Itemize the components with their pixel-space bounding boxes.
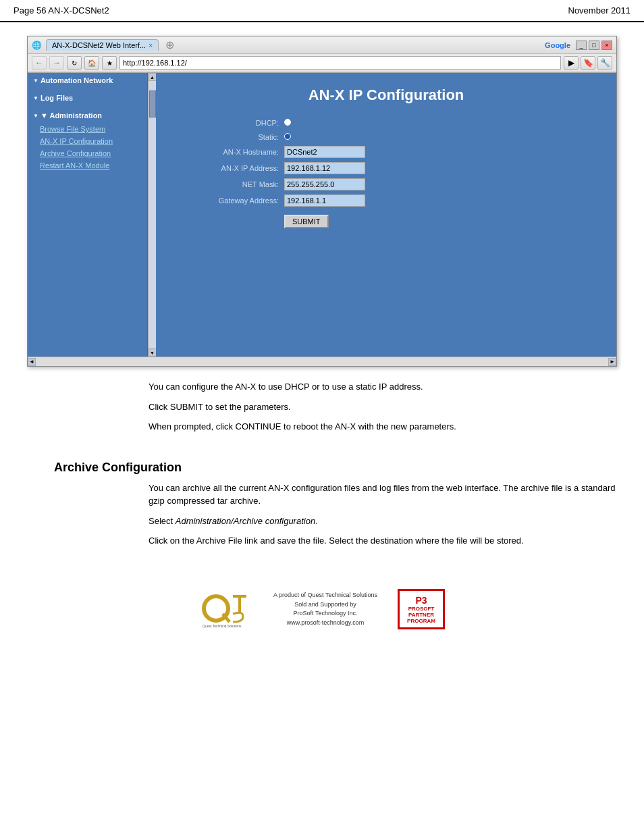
- hscroll-left-arrow[interactable]: ◄: [28, 358, 36, 366]
- p3-logo: P3 PROSOFT PARTNER PROGRAM: [398, 589, 445, 629]
- browser-tab-title: AN-X-DCSNet2 Web Interf...: [52, 41, 146, 49]
- body-para2: Click SUBMIT to set the parameters.: [149, 400, 617, 414]
- dhcp-radio-dot: [284, 119, 291, 126]
- submit-row: SUBMIT: [210, 211, 589, 228]
- nav-play-button[interactable]: ▶: [564, 56, 579, 70]
- page-header: Page 56 AN-X-DCSNet2 November 2011: [0, 0, 644, 22]
- body-para1: You can configure the AN-X to use DHCP o…: [149, 380, 617, 394]
- tab-close-icon[interactable]: ×: [149, 42, 153, 49]
- favicon-icon: 🌐: [32, 41, 42, 50]
- new-tab-icon[interactable]: ⊕: [165, 38, 174, 51]
- static-label: Static:: [210, 133, 284, 141]
- footer-line4: www.prosoft-technology.com: [273, 619, 377, 628]
- archive-para1: You can archive all the current AN-X con…: [149, 481, 617, 508]
- ip-config-title: AN-X IP Configuration: [183, 86, 589, 104]
- doc-body: You can configure the AN-X to use DHCP o…: [0, 380, 644, 548]
- sidebar-scrollbar[interactable]: ▲ ▼: [148, 73, 156, 357]
- archive-para2-prefix: Select: [149, 516, 176, 526]
- nav-right-buttons: ▶ 🔖 🔧: [564, 56, 612, 70]
- p3-line3: PROGRAM: [407, 618, 435, 624]
- sidebar-automation-network-label: Automation Network: [41, 76, 113, 84]
- dhcp-radio[interactable]: [284, 118, 291, 128]
- hostname-row: AN-X Hostname:: [210, 146, 589, 158]
- address-bar[interactable]: http://192.168.1.12/: [119, 56, 561, 70]
- ip-config-panel: AN-X IP Configuration DHCP: Static:: [156, 73, 616, 357]
- sidebar-administration-label: ▼ Administration: [41, 111, 102, 120]
- sidebar-automation-network[interactable]: Automation Network: [28, 73, 147, 88]
- footer-line1: A product of Quest Technical Solutions: [273, 591, 377, 600]
- qts-logo: Quest Technical Solutions: [199, 588, 253, 631]
- body-para3: When prompted, click CONTINUE to reboot …: [149, 420, 617, 434]
- sidebar-log-files[interactable]: Log Files: [28, 90, 147, 105]
- p3-line2: PARTNER: [408, 612, 434, 618]
- close-button[interactable]: ×: [601, 41, 612, 50]
- dhcp-label: DHCP:: [210, 119, 284, 127]
- maximize-button[interactable]: □: [589, 41, 599, 50]
- netmask-input[interactable]: [284, 178, 365, 190]
- browser-chrome: 🌐 AN-X-DCSNet2 Web Interf... × ⊕ Google …: [28, 36, 616, 73]
- sidebar-link-archive[interactable]: Archive Configuration: [28, 147, 147, 159]
- page-header-left: Page 56 AN-X-DCSNet2: [14, 5, 109, 16]
- browser-tab[interactable]: AN-X-DCSNet2 Web Interf... ×: [46, 39, 159, 51]
- ip-label: AN-X IP Address:: [210, 164, 284, 172]
- forward-button[interactable]: →: [49, 56, 64, 70]
- ip-address-row: AN-X IP Address:: [210, 162, 589, 174]
- url-text: http://192.168.1.12/: [123, 59, 187, 67]
- scrollbar-up-arrow[interactable]: ▲: [149, 73, 157, 81]
- static-radio[interactable]: [284, 132, 291, 142]
- browser-content: Automation Network Log Files ▼ Administr…: [28, 73, 616, 357]
- gateway-label: Gateway Address:: [210, 197, 284, 205]
- archive-heading: Archive Configuration: [54, 454, 590, 475]
- qts-logo-svg: Quest Technical Solutions: [199, 588, 253, 629]
- browser-titlebar: 🌐 AN-X-DCSNet2 Web Interf... × ⊕ Google …: [28, 36, 616, 54]
- home-button[interactable]: 🏠: [84, 56, 99, 70]
- ip-config-form: DHCP: Static: AN-X Hostnam: [210, 118, 589, 228]
- archive-para3: Click on the Archive File link and save …: [149, 534, 617, 548]
- dhcp-row: DHCP:: [210, 118, 589, 128]
- netmask-row: NET Mask:: [210, 178, 589, 190]
- hostname-label: AN-X Hostname:: [210, 148, 284, 156]
- reload-button[interactable]: ↻: [67, 56, 82, 70]
- gateway-input[interactable]: [284, 194, 365, 207]
- netmask-label: NET Mask:: [210, 180, 284, 188]
- back-button[interactable]: ←: [32, 56, 47, 70]
- svg-text:Quest Technical Solutions: Quest Technical Solutions: [203, 624, 242, 628]
- hscroll-right-arrow[interactable]: ►: [608, 358, 616, 366]
- minimize-button[interactable]: _: [576, 41, 587, 50]
- nav-wrench-button[interactable]: 🔧: [597, 56, 612, 70]
- sidebar-link-ip-config[interactable]: AN-X IP Configuration: [28, 135, 147, 147]
- archive-para2-suffix: .: [315, 516, 318, 526]
- static-row: Static:: [210, 132, 589, 142]
- page-header-right: November 2011: [568, 5, 631, 16]
- static-radio-dot: [284, 133, 291, 140]
- ip-input[interactable]: [284, 162, 365, 174]
- sidebar-wrapper: Automation Network Log Files ▼ Administr…: [28, 73, 156, 357]
- bookmark-button[interactable]: ★: [102, 56, 117, 70]
- footer-text-block: A product of Quest Technical Solutions S…: [273, 591, 377, 627]
- footer-line3: ProSoft Technology Inc.: [273, 609, 377, 619]
- browser-container: 🌐 AN-X-DCSNet2 Web Interf... × ⊕ Google …: [27, 36, 617, 367]
- nav-bookmark2-button[interactable]: 🔖: [581, 56, 595, 70]
- google-label-area: Google: [545, 41, 570, 49]
- google-label: Google: [545, 41, 570, 49]
- scrollbar-thumb[interactable]: [149, 90, 156, 118]
- sidebar-log-files-label: Log Files: [41, 94, 73, 102]
- gateway-row: Gateway Address:: [210, 194, 589, 207]
- sidebar-link-browse[interactable]: Browse File System: [28, 123, 147, 135]
- scrollbar-down-arrow[interactable]: ▼: [149, 348, 157, 357]
- window-controls: _ □ ×: [576, 41, 612, 50]
- p3-logo-p: P3: [415, 595, 427, 606]
- browser-hscrollbar[interactable]: ◄ ►: [28, 357, 616, 366]
- page-footer: Quest Technical Solutions A product of Q…: [0, 575, 644, 644]
- archive-para2: Select Administration/Archive configurat…: [149, 515, 617, 528]
- submit-button[interactable]: SUBMIT: [284, 215, 329, 228]
- main-content: AN-X IP Configuration DHCP: Static:: [156, 73, 616, 357]
- sidebar-link-restart[interactable]: Restart AN-X Module: [28, 159, 147, 172]
- sidebar-administration[interactable]: ▼ Administration: [28, 108, 147, 123]
- sidebar: Automation Network Log Files ▼ Administr…: [28, 73, 148, 357]
- hostname-input[interactable]: [284, 146, 365, 158]
- archive-section: Archive Configuration You can archive al…: [27, 454, 617, 548]
- browser-navbar: ← → ↻ 🏠 ★ http://192.168.1.12/ ▶ 🔖 🔧: [28, 54, 616, 72]
- footer-line2: Sold and Supported by: [273, 600, 377, 610]
- archive-para2-italic: Administration/Archive configuration: [176, 516, 315, 526]
